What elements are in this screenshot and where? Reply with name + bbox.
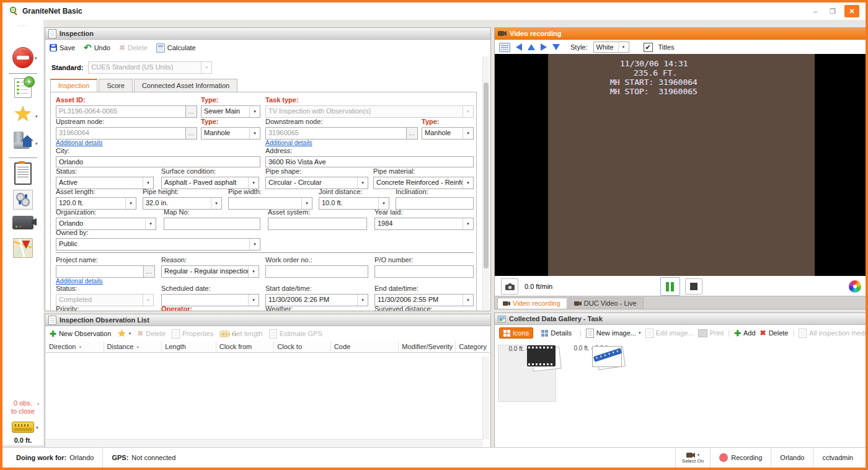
snapshot-button[interactable] xyxy=(501,278,518,295)
upstream-type-select[interactable]: Manhole xyxy=(202,128,249,139)
favorite-observation-toolbar-button[interactable]: ★▾ xyxy=(117,330,131,337)
upstream-node-input[interactable]: 31960064 xyxy=(56,128,185,139)
favorite-caret-icon[interactable]: ▾ xyxy=(35,114,38,119)
video-source-button[interactable] xyxy=(2,216,43,229)
task-type-select[interactable]: TV Inspection with Observation(s) xyxy=(266,106,463,117)
project-additional-details-link[interactable]: Additional details xyxy=(56,278,103,285)
stop-button[interactable] xyxy=(685,278,702,295)
minimize-button[interactable]: – xyxy=(810,7,821,15)
tab-inspection[interactable]: Inspection xyxy=(50,79,97,92)
organization-select[interactable]: Orlando xyxy=(56,218,145,229)
asset-id-browse-button[interactable]: ... xyxy=(185,106,197,117)
titles-checkbox[interactable]: ✔ xyxy=(644,43,653,52)
tab-connected-asset-information[interactable]: Connected Asset Information xyxy=(134,79,237,92)
save-button[interactable]: Save xyxy=(50,44,75,51)
asset-type-select[interactable]: Sewer Main xyxy=(202,106,249,117)
project-name-input[interactable] xyxy=(56,266,143,277)
pipe-width-select[interactable] xyxy=(229,198,301,209)
distance-caret-icon[interactable]: ▾ xyxy=(36,425,38,430)
pause-button[interactable] xyxy=(660,277,680,296)
tab-video-recording[interactable]: Video recording xyxy=(497,298,567,309)
downstream-browse-button[interactable]: ... xyxy=(406,128,417,139)
select-camera-button[interactable]: ▾ Select On xyxy=(675,448,711,468)
project-browse-button[interactable]: ... xyxy=(143,266,154,277)
osd-titler-button[interactable] xyxy=(499,43,510,52)
inspection-status-select[interactable]: Completed xyxy=(56,295,143,306)
arrow-right-icon[interactable] xyxy=(541,43,547,51)
asset-id-input[interactable]: PL3196-0064-0065 xyxy=(56,106,185,117)
observation-hscrollbar[interactable] xyxy=(46,439,483,446)
inspection-scrollbar[interactable] xyxy=(482,56,490,310)
city-input[interactable]: Orlando xyxy=(56,157,260,167)
asset-length-select[interactable]: 120.0 ft. xyxy=(56,198,125,209)
column-header-direction[interactable]: Direction▲ xyxy=(46,341,104,352)
print-button[interactable]: Print xyxy=(698,329,724,337)
restore-button[interactable]: ❐ xyxy=(827,7,838,16)
tab-score[interactable]: Score xyxy=(99,79,133,92)
standard-select[interactable]: CUES Standard (US Units)▾ xyxy=(88,61,212,74)
map-button[interactable] xyxy=(2,238,43,258)
add-media-button[interactable]: ✚Add xyxy=(734,329,755,338)
reason-select[interactable]: Regular - Regular inspection xyxy=(162,266,248,277)
status-select[interactable]: Active xyxy=(56,177,143,188)
delete-button[interactable]: ✖Delete xyxy=(119,43,148,52)
gallery-item-video[interactable]: 0.0 ft. - 0.0 ft. xyxy=(498,345,556,402)
edit-image-button[interactable]: Edit image... xyxy=(645,329,694,338)
favorite-observation-button[interactable]: ★ xyxy=(2,104,43,123)
style-select[interactable]: White▾ xyxy=(593,42,629,53)
downstream-node-input[interactable]: 31960065 xyxy=(266,128,406,139)
observation-vscrollbar[interactable] xyxy=(482,357,490,440)
column-header-distance[interactable]: Distance▲ xyxy=(104,341,162,352)
delete-observation-button[interactable]: ✖Delete xyxy=(137,329,166,338)
set-length-button[interactable]: Set length xyxy=(219,330,263,337)
end-datetime-select[interactable]: 11/30/2006 2:55 PM xyxy=(375,295,463,306)
scheduled-date-select[interactable] xyxy=(162,295,248,306)
obs-counter-caret-icon[interactable]: ▾ xyxy=(37,402,40,407)
new-image-button[interactable]: New image...▾ xyxy=(586,329,641,338)
arrow-left-icon[interactable] xyxy=(516,43,522,51)
owned-by-select[interactable]: Public xyxy=(56,239,249,250)
all-inspection-media-button[interactable]: All inspection media xyxy=(799,329,868,338)
report-button[interactable] xyxy=(2,162,43,185)
close-button[interactable]: ✕ xyxy=(844,5,859,17)
new-observation-button[interactable]: + xyxy=(2,78,43,98)
new-observation-toolbar-button[interactable]: ✚New Observation xyxy=(50,329,111,339)
observation-table-body[interactable] xyxy=(46,357,483,440)
joint-distance-select[interactable]: 10.0 ft. xyxy=(319,198,378,209)
pipe-shape-select[interactable]: Circular - Circular xyxy=(266,177,357,188)
column-header-code[interactable]: Code xyxy=(331,341,399,352)
inclination-input[interactable] xyxy=(396,198,473,209)
pipe-height-select[interactable]: 32.0 in. xyxy=(143,198,211,209)
inspection-scrollbar-thumb[interactable] xyxy=(484,82,489,268)
surface-condition-select[interactable]: Asphalt - Paved asphalt xyxy=(162,177,248,188)
start-datetime-select[interactable]: 11/30/2006 2:26 PM xyxy=(266,295,357,306)
asset-system-input[interactable] xyxy=(268,218,366,229)
delete-media-button[interactable]: ✖Delete xyxy=(760,329,789,337)
column-header-length[interactable]: Length xyxy=(162,341,216,352)
map-no-input[interactable] xyxy=(164,218,260,229)
tab-duc-video-live[interactable]: DUC Video - Live xyxy=(569,298,644,309)
upstream-additional-details-link[interactable]: Additional details xyxy=(56,140,103,146)
column-header-clock-from[interactable]: Clock from xyxy=(216,341,275,352)
downstream-additional-details-link[interactable]: Additional details xyxy=(265,140,312,146)
lateral-connection-button[interactable] xyxy=(2,130,43,151)
end-inspection-caret-icon[interactable]: ▾ xyxy=(35,56,37,61)
year-laid-select[interactable]: 1984 xyxy=(375,218,463,229)
observation-properties-button[interactable]: Properties xyxy=(172,329,213,339)
work-order-input[interactable] xyxy=(266,266,368,277)
pipe-material-select[interactable]: Concrete Reinforced - Reinforced cor xyxy=(374,177,463,188)
upstream-browse-button[interactable]: ... xyxy=(185,128,197,139)
estimate-gps-button[interactable]: Estimate GPS xyxy=(269,329,322,339)
calculate-button[interactable]: Calculate xyxy=(156,43,196,53)
details-view-button[interactable]: Details xyxy=(538,328,575,338)
column-header-clock-to[interactable]: Clock to xyxy=(274,341,331,352)
asset-diagram-button[interactable] xyxy=(2,190,43,210)
column-header-category[interactable]: Category xyxy=(456,341,490,352)
arrow-up-icon[interactable] xyxy=(528,44,535,50)
lateral-caret-icon[interactable]: ▾ xyxy=(35,141,38,146)
end-inspection-button[interactable] xyxy=(2,47,43,68)
color-wheel-button[interactable] xyxy=(849,280,861,293)
column-header-modifier-severity[interactable]: Modifier/Severity xyxy=(399,341,456,352)
undo-button[interactable]: ↶Undo xyxy=(84,44,110,51)
address-input[interactable]: 3600 Rio Vista Ave xyxy=(266,157,473,167)
